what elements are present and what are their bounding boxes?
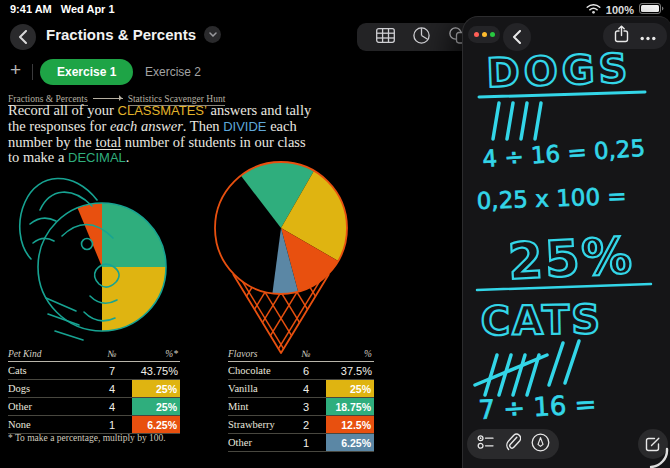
ink-script-text: 7 ÷ 16 =: [478, 389, 597, 425]
table-footnote: * To make a percentage, multiply by 100.: [8, 433, 166, 443]
ink-bubble-text: DOGS: [486, 45, 632, 96]
row-percent: 37.5%: [326, 362, 374, 379]
battery-icon: [639, 3, 664, 16]
pet-table: Pet Kind№%*Cats743.75%Dogs425%Other425%N…: [8, 346, 180, 434]
flavor-pie: [241, 162, 347, 294]
row-count: 7: [92, 365, 132, 377]
attachment-button[interactable]: [504, 433, 521, 455]
tab-divider: [32, 64, 33, 80]
notes-bottom-toolbar: [467, 429, 559, 459]
back-button[interactable]: [10, 24, 36, 50]
ink-stroke: [493, 103, 499, 139]
pet-pie-outline: [38, 203, 166, 331]
table-row: Strawberry212.5%: [228, 416, 374, 434]
table-row: Cats743.75%: [8, 362, 180, 380]
insert-table-button[interactable]: [376, 28, 395, 47]
row-percent: 18.75%: [326, 398, 374, 415]
row-percent: 6.25%: [326, 434, 374, 451]
row-percent-highlight: 6.25%: [326, 434, 374, 451]
ink-script-text: 0,25 x 100 =: [476, 183, 627, 214]
paragraph-segment: DECIMAL: [68, 150, 126, 165]
pie-slice-other: [102, 203, 166, 267]
ink-stroke: [507, 103, 513, 139]
checklist-button[interactable]: [477, 434, 495, 454]
row-percent-highlight: 25%: [326, 380, 374, 397]
row-percent: 6.25%: [132, 416, 180, 433]
paragraph-segment: .: [126, 149, 130, 165]
page-curl-indicator[interactable]: [647, 443, 670, 468]
row-label: None: [8, 419, 92, 430]
row-count: 1: [286, 437, 326, 449]
status-time: 9:41 AM: [10, 3, 52, 15]
paragraph-segment: . Then: [183, 118, 223, 134]
row-count: 4: [92, 383, 132, 395]
row-label: Other: [228, 437, 286, 448]
row-percent-highlight: 25%: [132, 398, 180, 415]
ink-stroke: [535, 103, 541, 139]
cat-sketch-illustration: [20, 178, 119, 340]
pie-slice-dogs: [102, 267, 166, 331]
row-label: Chocolate: [228, 365, 286, 376]
pie-slice-mint: [241, 162, 314, 228]
table-icon: [376, 28, 395, 43]
row-percent: 25%: [132, 398, 180, 415]
row-count: 3: [286, 401, 326, 413]
table-row: None16.25%: [8, 416, 180, 434]
add-sheet-button[interactable]: +: [10, 59, 21, 81]
waffle-cone-illustration: [210, 266, 352, 356]
markup-pen-icon: [531, 433, 550, 452]
row-label: Other: [8, 401, 92, 412]
table-row: Chocolate637.5%: [228, 362, 374, 380]
table-header-cell: №: [92, 349, 132, 359]
status-bar-left: 9:41 AM Wed Apr 1: [10, 3, 115, 15]
row-label: Strawberry: [228, 419, 286, 430]
handwritten-notes: DOGS4 ÷ 16 = 0,250,25 x 100 =25%CATS7 ÷ …: [463, 17, 670, 468]
title-menu-button[interactable]: [204, 26, 221, 43]
row-percent-highlight: 18.75%: [326, 398, 374, 415]
table-row: Dogs425%: [8, 380, 180, 398]
checklist-icon: [477, 434, 495, 450]
row-count: 4: [286, 383, 326, 395]
notes-window: DOGS4 ÷ 16 = 0,250,25 x 100 =25%CATS7 ÷ …: [462, 16, 670, 468]
paragraph-segment: total: [95, 134, 121, 150]
table-header-row: Pet Kind№%*: [8, 346, 180, 362]
ink-stroke: [521, 103, 527, 139]
table-row: Vanilla425%: [228, 380, 374, 398]
status-date: Wed Apr 1: [61, 3, 115, 15]
markup-button[interactable]: [531, 433, 550, 456]
document-title: Fractions & Percents: [46, 26, 196, 43]
table-header-cell: %: [326, 349, 374, 359]
tab-exercise-2[interactable]: Exercise 2: [128, 59, 218, 85]
table-row: Mint318.75%: [228, 398, 374, 416]
flavor-pie-outline: [215, 162, 347, 294]
paragraph-segment: DIVIDE: [223, 119, 266, 134]
paragraph-segment: CLASSMATES’: [118, 103, 207, 118]
flavor-pie-base: [215, 162, 347, 294]
pie-slice-other: [272, 228, 298, 294]
ink-stroke: [549, 343, 563, 385]
table-row: Other16.25%: [228, 434, 374, 452]
worksheet-paragraph: Record all of your CLASSMATES’ answers a…: [8, 103, 314, 166]
insert-chart-button[interactable]: [413, 27, 430, 48]
ink-bubble-text: CATS: [480, 296, 602, 344]
row-label: Cats: [8, 365, 92, 376]
row-count: 6: [286, 365, 326, 377]
flavor-table: Flavors№%Chocolate637.5%Vanilla425%Mint3…: [228, 346, 374, 452]
table-header-cell: %*: [132, 349, 180, 359]
row-count: 2: [286, 419, 326, 431]
row-percent-highlight: 25%: [132, 380, 180, 397]
pet-pie-base: [38, 203, 166, 331]
chevron-down-icon: [209, 32, 217, 37]
tab-exercise-1[interactable]: Exercise 1: [40, 59, 133, 85]
document-title-row[interactable]: Fractions & Percents: [46, 26, 221, 43]
ink-stroke: [513, 355, 525, 395]
row-count: 4: [92, 401, 132, 413]
table-row: Other425%: [8, 398, 180, 416]
paragraph-segment: each answer: [110, 118, 183, 134]
wifi-icon: [586, 3, 601, 16]
pie-slice-vanilla: [281, 171, 347, 261]
status-bar-right: 100%: [586, 3, 664, 16]
row-percent-highlight: 12.5%: [326, 416, 374, 433]
table-header-row: Flavors№%: [228, 346, 374, 362]
ink-stroke: [565, 341, 579, 383]
